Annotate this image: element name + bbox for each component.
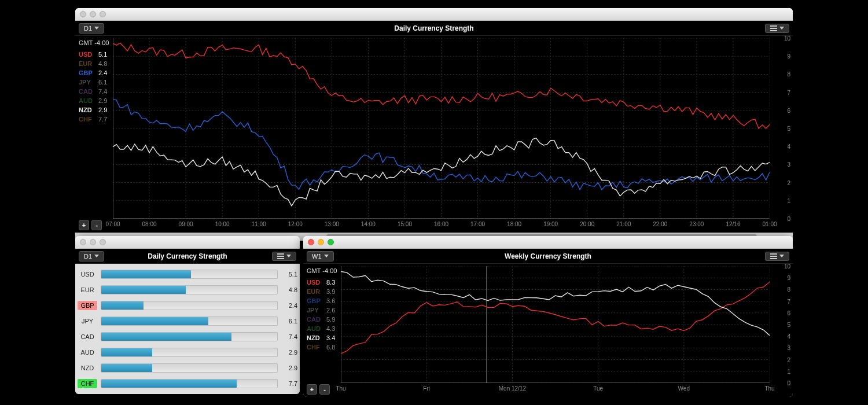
- zoom-icon[interactable]: [100, 239, 106, 245]
- currency-value: 2.9: [98, 97, 107, 104]
- chart-canvas[interactable]: GMT -4:00 USD8.3EUR3.9GBP3.6JPY2.6CAD5.9…: [303, 264, 793, 397]
- legend-row[interactable]: EUR3.9: [307, 288, 337, 295]
- window-titlebar[interactable]: [303, 236, 793, 249]
- bar-track: [101, 285, 278, 294]
- chart-toolbar: D1 Daily Currency Strength: [75, 21, 793, 36]
- x-tick: 14:00: [361, 221, 376, 227]
- timezone-label: GMT -4:00: [307, 267, 337, 274]
- y-tick: 1: [773, 368, 790, 374]
- x-tick: 21:00: [616, 221, 631, 227]
- chevron-down-icon: [286, 255, 291, 257]
- currency-code: NZD: [78, 363, 97, 373]
- chevron-down-icon: [779, 27, 784, 30]
- x-tick: 15:00: [398, 221, 412, 227]
- menu-dropdown[interactable]: [272, 252, 296, 261]
- x-tick: 18:00: [507, 221, 521, 227]
- currency-value: 5.1: [281, 271, 297, 278]
- menu-dropdown[interactable]: [765, 24, 789, 33]
- bar-row[interactable]: NZD2.9: [78, 360, 297, 375]
- minimize-icon[interactable]: [318, 239, 324, 245]
- zoom-out-button[interactable]: -: [319, 384, 330, 395]
- window-titlebar[interactable]: [75, 8, 793, 21]
- currency-value: 3.6: [326, 297, 335, 304]
- bar-fill: [101, 301, 144, 310]
- currency-value: 8.3: [326, 279, 335, 286]
- x-tick: 22:00: [653, 221, 667, 227]
- y-tick: 5: [773, 126, 790, 132]
- legend-row[interactable]: EUR4.8: [79, 60, 109, 67]
- legend-row[interactable]: CAD5.9: [307, 316, 337, 323]
- x-tick: Wed: [678, 385, 690, 392]
- window-titlebar[interactable]: [75, 236, 300, 249]
- chart-canvas[interactable]: GMT -4:00 USD5.1EUR4.8GBP2.4JPY6.1CAD7.4…: [75, 36, 793, 233]
- currency-value: 6.8: [326, 344, 335, 351]
- bar-row[interactable]: CHF7.7: [78, 376, 297, 391]
- timeframe-dropdown[interactable]: D1: [79, 251, 104, 262]
- currency-value: 6.1: [281, 318, 297, 325]
- currency-value: 2.6: [326, 307, 335, 314]
- currency-value: 3.9: [326, 288, 335, 295]
- close-icon[interactable]: [80, 239, 86, 245]
- bar-fill: [101, 286, 186, 294]
- bar-fill: [101, 270, 191, 278]
- bar-track: [101, 301, 278, 310]
- chart-title: Daily Currency Strength: [394, 24, 473, 32]
- timeframe-label: D1: [84, 253, 92, 260]
- y-tick: 6: [773, 107, 790, 113]
- y-tick: 7: [773, 298, 790, 304]
- minimize-icon[interactable]: [90, 239, 96, 245]
- legend-row[interactable]: JPY2.6: [307, 307, 337, 314]
- y-tick: 2: [773, 179, 790, 186]
- legend-row[interactable]: USD5.1: [79, 51, 109, 58]
- x-tick: 01:00: [762, 221, 777, 227]
- timeframe-dropdown[interactable]: D1: [79, 23, 104, 34]
- x-tick: Thu: [764, 385, 774, 392]
- y-tick: 10: [773, 263, 790, 270]
- y-tick: 2: [773, 356, 790, 363]
- x-tick: 12:00: [288, 221, 303, 227]
- minus-icon: -: [95, 222, 98, 229]
- legend-row[interactable]: CAD7.4: [79, 88, 109, 95]
- legend-row[interactable]: NZD3.4: [307, 334, 337, 341]
- close-icon[interactable]: [80, 11, 86, 17]
- bar-row[interactable]: JPY6.1: [78, 314, 297, 329]
- bar-row[interactable]: EUR4.8: [78, 282, 297, 297]
- bar-row[interactable]: AUD2.9: [78, 345, 297, 360]
- chart-toolbar: D1 Daily Currency Strength: [75, 249, 300, 264]
- legend-row[interactable]: CHF7.7: [79, 116, 109, 123]
- zoom-icon[interactable]: [328, 239, 334, 245]
- legend-row[interactable]: AUD4.3: [307, 325, 337, 332]
- bar-row[interactable]: CAD7.4: [78, 329, 297, 344]
- chart-title: Weekly Currency Strength: [505, 252, 591, 260]
- currency-value: 7.7: [98, 116, 107, 123]
- currency-value: 2.4: [281, 302, 297, 309]
- menu-dropdown[interactable]: [765, 252, 789, 261]
- zoom-out-button[interactable]: -: [91, 220, 102, 230]
- y-tick: 7: [773, 89, 790, 95]
- zoom-in-button[interactable]: +: [79, 220, 89, 230]
- timezone-label: GMT -4:00: [79, 39, 109, 46]
- close-icon[interactable]: [308, 239, 314, 245]
- currency-code: CHF: [307, 344, 323, 351]
- bar-row[interactable]: GBP2.4: [78, 298, 297, 313]
- legend-row[interactable]: GBP3.6: [307, 297, 337, 304]
- timeframe-dropdown[interactable]: W1: [307, 251, 334, 262]
- y-tick: 3: [773, 345, 790, 351]
- bar-track: [101, 348, 278, 357]
- zoom-icon[interactable]: [100, 11, 106, 17]
- currency-value: 5.1: [98, 51, 107, 58]
- legend-row[interactable]: USD8.3: [307, 279, 337, 286]
- currency-value: 2.9: [98, 106, 107, 113]
- currency-code: EUR: [78, 285, 97, 294]
- legend-row[interactable]: JPY6.1: [79, 79, 109, 86]
- currency-code: USD: [79, 51, 95, 58]
- legend-row[interactable]: GBP2.4: [79, 69, 109, 76]
- y-tick: 0: [773, 380, 790, 386]
- x-tick: 10:00: [215, 221, 230, 227]
- zoom-in-button[interactable]: +: [307, 384, 317, 395]
- minimize-icon[interactable]: [90, 11, 96, 17]
- legend-row[interactable]: CHF6.8: [307, 344, 337, 351]
- legend-row[interactable]: NZD2.9: [79, 106, 109, 113]
- bar-row[interactable]: USD5.1: [78, 267, 297, 282]
- legend-row[interactable]: AUD2.9: [79, 97, 109, 104]
